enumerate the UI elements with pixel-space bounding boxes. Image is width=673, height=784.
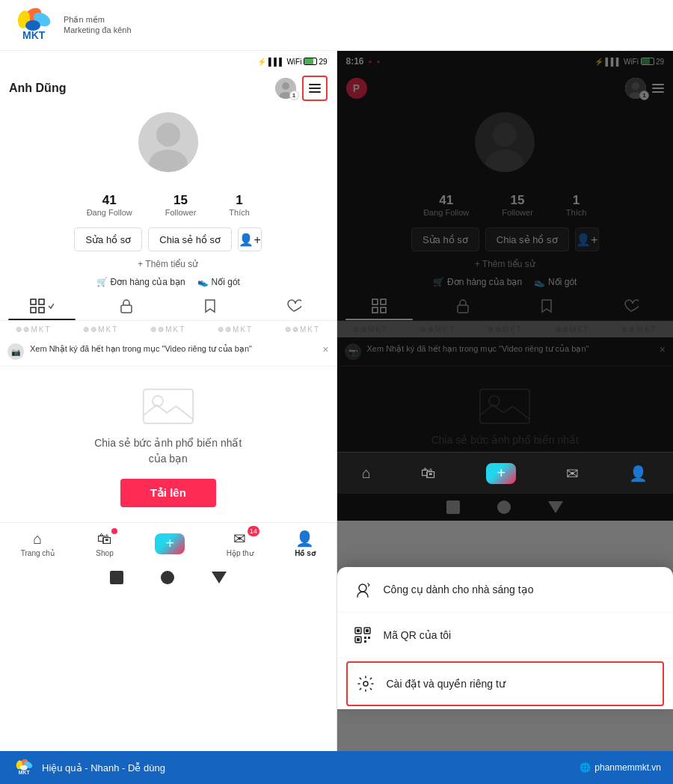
left-following-label: Đang Follow (87, 208, 132, 217)
right-phone: 8:16 ● ● ⚡ ▌▌▌ WiFi 29 (337, 51, 674, 751)
left-order-row: 🛒 Đơn hàng của bạn 👟 Nối gót (0, 272, 336, 292)
left-tab-icons-row (0, 292, 336, 321)
left-order-item[interactable]: 🛒 Đơn hàng của bạn (96, 277, 185, 287)
left-nav-avatar-wrap: 1 (275, 78, 296, 99)
footer-bar: MKT Hiệu quả - Nhanh - Dễ dùng 🌐 phanmem… (0, 751, 673, 784)
footer-website[interactable]: 🌐 phanmemmkt.vn (580, 762, 661, 773)
left-tieu-su-link[interactable]: + Thêm tiểu sử (0, 256, 336, 272)
svg-rect-12 (39, 299, 44, 304)
svg-rect-11 (31, 299, 36, 304)
left-nav-inbox-label: Hộp thư (227, 549, 253, 557)
left-nav-profile[interactable]: 👤 Hồ sơ (295, 530, 316, 557)
left-status-icons: ⚡ ▌▌▌ WiFi 29 (257, 58, 327, 66)
battery-fill (304, 58, 313, 64)
right-add-center-icon: + (486, 463, 516, 484)
left-status-bar: ⚡ ▌▌▌ WiFi 29 (0, 51, 336, 72)
svg-rect-16 (144, 389, 194, 423)
left-content-area: Chia sẻ bức ảnh phổ biến nhất của bạn Tả… (0, 367, 336, 522)
main-container: MKT Phần mềm Marketing đa kênh ⚡ ▌▌▌ WiF… (0, 0, 673, 784)
left-share-profile-button[interactable]: Chia sẻ hồ sơ (148, 227, 232, 251)
left-content-text: Chia sẻ bức ảnh phổ biến nhất của bạn (94, 435, 242, 467)
left-notif-close[interactable]: × (322, 343, 328, 355)
menu-line-2 (309, 88, 321, 89)
left-nav-shop[interactable]: 🛍 Shop (96, 530, 113, 557)
wm1: ❁❁MKT (16, 325, 51, 334)
left-system-buttons (0, 564, 336, 591)
qr-icon (352, 625, 373, 646)
left-following-count: 41 (102, 193, 117, 208)
footer-url: phanmemmkt.vn (594, 762, 661, 773)
left-menu-lines (309, 84, 321, 93)
right-nav-add[interactable]: + (486, 463, 516, 484)
svg-rect-13 (31, 307, 36, 313)
globe-icon: 🌐 (580, 762, 591, 773)
left-followers-count: 15 (173, 193, 188, 208)
left-content-line1: Chia sẻ bức ảnh phổ biến nhất (94, 437, 242, 449)
left-stat-following[interactable]: 41 Đang Follow (70, 193, 149, 217)
left-tab-grid[interactable] (0, 292, 84, 320)
battery-box (304, 58, 317, 65)
menu-line-3 (309, 91, 321, 93)
right-bottom-nav: ⌂ 🛍 + ✉ 👤 (337, 452, 674, 494)
svg-rect-37 (357, 638, 360, 641)
left-sys-square[interactable] (110, 571, 123, 584)
top-header: MKT Phần mềm Marketing đa kênh (0, 0, 673, 51)
wifi-icon: WiFi (286, 58, 301, 66)
right-inbox-icon: ✉ (566, 465, 579, 483)
left-profile-avatar[interactable] (138, 112, 198, 172)
left-upload-button[interactable]: Tải lên (120, 479, 216, 507)
svg-text:MKT: MKT (22, 29, 46, 41)
right-nav-home[interactable]: ⌂ (362, 465, 371, 482)
left-action-buttons: Sửa hồ sơ Chia sẻ hồ sơ 👤+ (0, 223, 336, 256)
left-nav-home[interactable]: ⌂ Trang chủ (21, 530, 55, 557)
wm4: ❁❁MKT (218, 325, 253, 334)
left-likes-count: 1 (236, 193, 242, 208)
left-stat-followers[interactable]: 15 Follower (149, 193, 213, 217)
right-menu-settings[interactable]: Cài đặt và quyền riêng tư (346, 661, 665, 706)
left-notif-text: Xem Nhật ký đã hết hạn trong mục "Video … (30, 343, 313, 355)
left-notif-icon: 📷 (7, 343, 24, 360)
right-nav-shop[interactable]: 🛍 (421, 465, 436, 482)
right-nav-profile[interactable]: 👤 (629, 465, 648, 483)
left-nav-profile-label: Hồ sơ (295, 549, 316, 557)
right-creator-tools-label: Công cụ dành cho nhà sáng tạo (384, 584, 534, 595)
left-watermark-strip: ❁❁MKT ❁❁MKT ❁❁MKT ❁❁MKT ❁❁MKT (0, 321, 336, 337)
bluetooth-icon: ⚡ (257, 58, 266, 66)
signal-icon: ▌▌▌ (268, 58, 284, 66)
left-content-line2: của bạn (149, 453, 188, 465)
left-stat-likes[interactable]: 1 Thích (212, 193, 266, 217)
left-sys-triangle[interactable] (212, 572, 227, 584)
right-nav-inbox[interactable]: ✉ (566, 465, 579, 483)
left-nav-home-label: Trang chủ (21, 549, 55, 557)
add-friend-icon: 👤+ (239, 233, 260, 247)
svg-rect-40 (364, 640, 366, 643)
left-nav-inbox[interactable]: ✉ 14 Hộp thư (227, 530, 253, 557)
left-tab-heart[interactable] (252, 292, 336, 320)
creator-tools-icon (352, 579, 373, 600)
svg-point-41 (363, 682, 368, 686)
menu-line-1 (309, 84, 321, 85)
left-tab-bookmark[interactable] (168, 292, 252, 320)
battery-indicator: 29 (304, 58, 327, 66)
left-tab-lock[interactable] (84, 292, 168, 320)
left-nav-add[interactable]: + (155, 533, 185, 554)
wm2: ❁❁MKT (83, 325, 118, 334)
shop-icon: 🛍 (97, 530, 112, 548)
right-menu-qr[interactable]: Mã QR của tôi (337, 613, 674, 658)
left-stats-row: 41 Đang Follow 15 Follower 1 Thích (0, 184, 336, 223)
left-add-friend-button[interactable]: 👤+ (238, 227, 262, 251)
svg-rect-35 (357, 629, 360, 632)
svg-rect-15 (121, 305, 132, 313)
left-content-image-icon (142, 382, 194, 426)
left-edit-profile-button[interactable]: Sửa hồ sơ (74, 227, 142, 251)
home-icon: ⌂ (33, 530, 42, 548)
right-menu-creator-tools[interactable]: Công cụ dành cho nhà sáng tạo (337, 567, 674, 613)
left-sys-circle[interactable] (161, 571, 174, 584)
right-qr-label: Mã QR của tôi (384, 629, 452, 641)
svg-rect-36 (366, 629, 369, 632)
inbox-icon: ✉ (233, 530, 246, 548)
left-menu-button[interactable] (302, 76, 328, 101)
svg-point-9 (156, 123, 180, 147)
left-got-item[interactable]: 👟 Nối gót (197, 277, 240, 287)
left-bottom-nav: ⌂ Trang chủ 🛍 Shop + ✉ 14 Hộp thư 👤 (0, 522, 336, 564)
